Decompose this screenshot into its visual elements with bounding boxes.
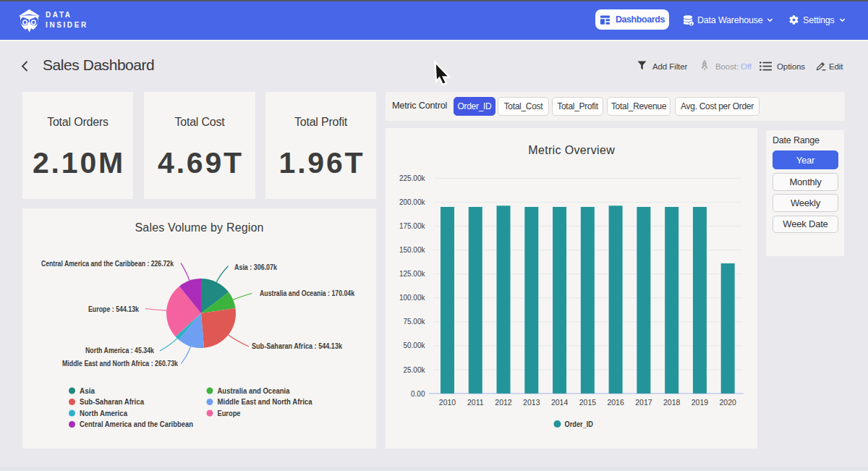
svg-text:2012: 2012 — [495, 398, 512, 407]
svg-text:2013: 2013 — [523, 398, 540, 407]
svg-text:Metric Overview: Metric Overview — [528, 144, 615, 156]
svg-text:2019: 2019 — [692, 398, 709, 407]
svg-text:North America: North America — [80, 409, 127, 417]
svg-text:Middle East and North Africa :: Middle East and North Africa : 260.73k — [62, 360, 178, 368]
svg-text:Australia and Oceania : 170.04: Australia and Oceania : 170.04k — [260, 289, 354, 297]
svg-text:Sub-Saharan Africa: Sub-Saharan Africa — [80, 397, 144, 406]
svg-text:2017: 2017 — [635, 398, 652, 407]
svg-text:Order_ID: Order_ID — [565, 420, 594, 428]
svg-text:2015: 2015 — [579, 398, 597, 407]
svg-text:2010: 2010 — [439, 398, 456, 407]
svg-text:Australia and Oceania: Australia and Oceania — [218, 386, 290, 395]
svg-text:50.00k: 50.00k — [403, 341, 425, 349]
svg-text:Sub-Saharan Africa : 544.13k: Sub-Saharan Africa : 544.13k — [252, 342, 342, 350]
svg-text:150.00k: 150.00k — [399, 246, 426, 254]
svg-text:25.00k: 25.00k — [403, 366, 425, 374]
svg-text:Europe: Europe — [218, 409, 241, 417]
svg-text:Asia: Asia — [80, 386, 95, 395]
svg-text:125.00k: 125.00k — [399, 270, 426, 278]
svg-text:2020: 2020 — [720, 398, 737, 407]
svg-text:75.00k: 75.00k — [403, 318, 425, 326]
svg-text:200.00k: 200.00k — [399, 198, 426, 206]
svg-text:0.00: 0.00 — [411, 390, 425, 398]
svg-text:2016: 2016 — [607, 398, 624, 407]
svg-text:225.00k: 225.00k — [399, 174, 426, 182]
svg-text:Asia : 306.07k: Asia : 306.07k — [234, 263, 277, 271]
svg-text:Central America and the Caribb: Central America and the Caribbean — [80, 420, 193, 428]
svg-text:2014: 2014 — [551, 398, 569, 407]
svg-text:175.00k: 175.00k — [399, 222, 426, 230]
svg-text:North America : 45.34k: North America : 45.34k — [85, 347, 154, 355]
svg-text:100.00k: 100.00k — [399, 294, 426, 302]
svg-text:Central America and the Caribb: Central America and the Caribbean : 226.… — [41, 260, 174, 268]
svg-text:Europe : 544.13k: Europe : 544.13k — [88, 305, 139, 313]
svg-text:2011: 2011 — [467, 398, 484, 407]
svg-text:2018: 2018 — [663, 398, 681, 407]
svg-text:Middle East and North Africa: Middle East and North Africa — [218, 397, 312, 406]
svg-text:Sales Volume by Region: Sales Volume by Region — [135, 221, 264, 234]
